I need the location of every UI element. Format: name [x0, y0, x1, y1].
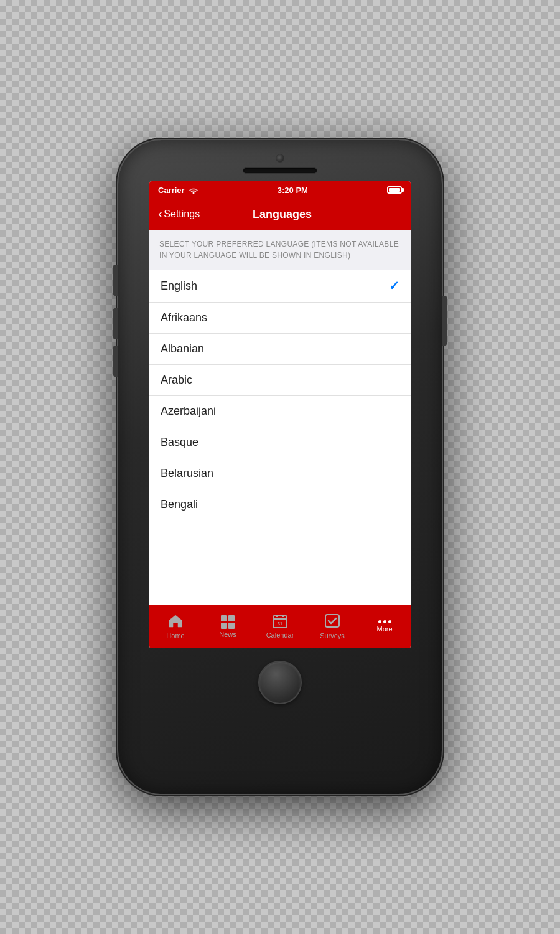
surveys-icon	[325, 614, 340, 630]
back-button[interactable]: ‹ Settings	[158, 207, 200, 221]
more-dots-icon	[378, 620, 391, 623]
phone-bottom	[258, 648, 302, 794]
language-description: SELECT YOUR PREFERRED LANGUAGE (ITEMS NO…	[149, 230, 411, 270]
language-name-afrikaans: Afrikaans	[161, 311, 207, 324]
checkmark-english: ✓	[389, 278, 399, 293]
tab-calendar[interactable]: 31 Calendar	[254, 614, 306, 639]
language-item-basque[interactable]: Basque	[149, 427, 411, 458]
battery-icon	[387, 186, 402, 194]
language-name-basque: Basque	[161, 436, 198, 449]
screen: Carrier 3:20 PM ‹ Settings Languages	[149, 181, 411, 648]
language-item-albanian[interactable]: Albanian	[149, 334, 411, 365]
nav-bar: ‹ Settings Languages	[149, 199, 411, 230]
phone-top	[118, 140, 442, 181]
tab-more-label: More	[376, 625, 392, 633]
language-name-belarusian: Belarusian	[161, 467, 213, 480]
svg-text:31: 31	[278, 621, 282, 626]
nav-title: Languages	[200, 208, 365, 221]
language-name-bengali: Bengali	[161, 498, 198, 511]
language-name-english: English	[161, 280, 197, 293]
language-item-english[interactable]: English ✓	[149, 270, 411, 303]
time-text: 3:20 PM	[278, 186, 308, 195]
language-item-azerbaijani[interactable]: Azerbaijani	[149, 396, 411, 427]
language-name-azerbaijani: Azerbaijani	[161, 405, 216, 418]
phone-frame: Carrier 3:20 PM ‹ Settings Languages	[118, 140, 442, 794]
tab-home-label: Home	[166, 632, 184, 639]
language-item-afrikaans[interactable]: Afrikaans	[149, 303, 411, 334]
speaker	[243, 167, 317, 174]
tab-bar: Home News	[149, 605, 411, 648]
svg-rect-5	[325, 615, 339, 627]
tab-news-label: News	[219, 631, 236, 638]
tab-home[interactable]: Home	[149, 614, 202, 639]
tab-more[interactable]: More	[358, 620, 411, 633]
tab-news[interactable]: News	[202, 615, 254, 638]
news-icon	[221, 615, 235, 629]
status-bar: Carrier 3:20 PM	[149, 181, 411, 199]
tab-calendar-label: Calendar	[266, 631, 294, 639]
language-item-arabic[interactable]: Arabic	[149, 365, 411, 396]
language-item-bengali[interactable]: Bengali	[149, 489, 411, 520]
status-left: Carrier	[158, 186, 198, 195]
language-name-arabic: Arabic	[161, 374, 192, 387]
carrier-text: Carrier	[158, 186, 185, 195]
tab-surveys[interactable]: Surveys	[306, 614, 358, 639]
camera	[276, 154, 284, 163]
home-button[interactable]	[258, 661, 302, 704]
back-chevron-icon: ‹	[158, 207, 162, 221]
back-label: Settings	[164, 209, 200, 220]
language-list: English ✓ Afrikaans Albanian Arabic Azer…	[149, 270, 411, 605]
calendar-icon: 31	[273, 614, 287, 630]
language-name-albanian: Albanian	[161, 342, 204, 356]
tab-surveys-label: Surveys	[320, 632, 345, 639]
language-item-belarusian[interactable]: Belarusian	[149, 458, 411, 489]
wifi-icon	[189, 186, 198, 194]
home-icon	[168, 614, 183, 630]
